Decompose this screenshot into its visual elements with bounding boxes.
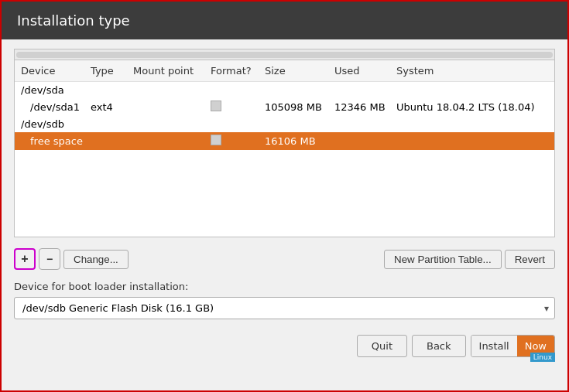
scrollbar-top[interactable] — [15, 49, 554, 60]
table-row[interactable]: free space 16106 MB — [15, 132, 554, 150]
cell-size: 105098 MB — [265, 101, 334, 113]
add-partition-button[interactable]: + — [14, 248, 36, 270]
quit-button[interactable]: Quit — [357, 335, 407, 357]
action-bar: + − Change... New Partition Table... Rev… — [14, 244, 555, 271]
boot-loader-select[interactable]: /dev/sdb Generic Flash Disk (16.1 GB) — [14, 297, 555, 319]
window-title: Installation type — [17, 12, 130, 29]
remove-partition-button[interactable]: − — [39, 248, 60, 270]
col-type: Type — [91, 63, 133, 78]
format-checkbox[interactable] — [211, 135, 221, 145]
format-checkbox[interactable] — [211, 101, 221, 111]
revert-button[interactable]: Revert — [505, 250, 555, 269]
scroll-track — [16, 52, 553, 58]
cell-device: /dev/sdb — [21, 118, 91, 130]
col-device: Device — [21, 63, 91, 78]
table-header: Device Type Mount point Format? Size Use… — [15, 60, 554, 82]
cell-size: 16106 MB — [265, 135, 334, 147]
new-partition-table-button[interactable]: New Partition Table... — [384, 250, 502, 269]
title-bar: Installation type — [2, 2, 567, 39]
col-mount: Mount point — [133, 63, 211, 78]
table-body: /dev/sda /dev/sda1 ext4 105098 MB 12346 … — [15, 82, 554, 237]
cell-device: /dev/sda — [21, 84, 91, 96]
install-button[interactable]: Install — [471, 336, 517, 356]
cell-device: /dev/sda1 — [21, 101, 91, 113]
partition-table-container: Device Type Mount point Format? Size Use… — [14, 49, 555, 237]
cell-type: ext4 — [91, 101, 133, 113]
linux-badge: Linux — [530, 353, 555, 362]
change-button[interactable]: Change... — [63, 250, 129, 269]
col-used: Used — [334, 63, 396, 78]
table-row[interactable]: /dev/sda1 ext4 105098 MB 12346 MB Ubuntu… — [15, 98, 554, 116]
cell-used: 12346 MB — [334, 101, 396, 113]
col-system: System — [396, 63, 548, 78]
cell-format[interactable] — [211, 135, 265, 148]
col-format: Format? — [211, 63, 265, 78]
col-size: Size — [265, 63, 334, 78]
back-button[interactable]: Back — [412, 335, 466, 357]
boot-loader-section: Device for boot loader installation: /de… — [14, 278, 555, 322]
cell-format[interactable] — [211, 101, 265, 114]
bottom-bar: Quit Back Install Now Linux — [14, 329, 555, 360]
cell-system: Ubuntu 18.04.2 LTS (18.04) — [396, 101, 548, 113]
table-row[interactable]: /dev/sda — [15, 82, 554, 98]
boot-loader-label: Device for boot loader installation: — [14, 281, 555, 292]
table-row[interactable]: /dev/sdb — [15, 116, 554, 132]
boot-loader-select-wrapper[interactable]: /dev/sdb Generic Flash Disk (16.1 GB) ▾ — [14, 297, 555, 319]
cell-device: free space — [21, 135, 91, 147]
